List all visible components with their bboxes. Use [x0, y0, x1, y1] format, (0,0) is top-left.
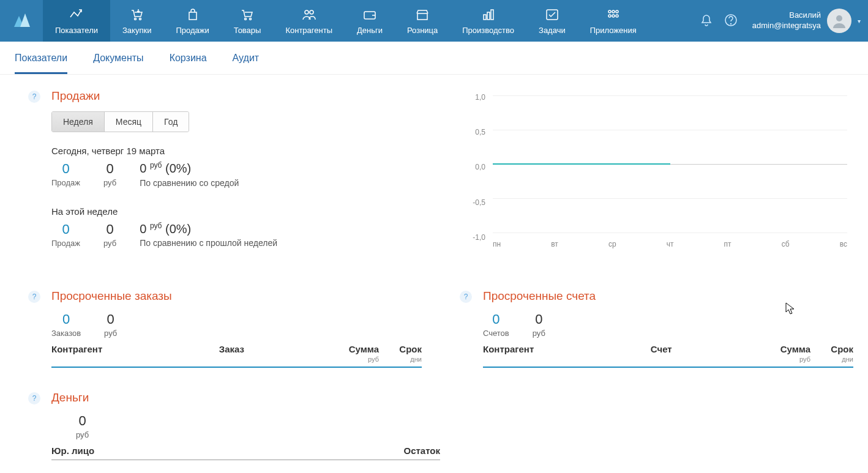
- svg-rect-9: [491, 10, 493, 20]
- nav-tasks[interactable]: Задачи: [526, 0, 578, 42]
- nav-label: Контрагенты: [285, 26, 332, 35]
- section-title-money: Деньги: [51, 391, 440, 404]
- y-tick: -0,5: [465, 198, 485, 207]
- orders-count-label: Заказов: [51, 329, 81, 338]
- today-diff-amount: 0: [140, 162, 146, 175]
- user-email: admin@integratsya: [752, 21, 821, 31]
- period-toggle: Неделя Месяц Год: [51, 111, 189, 132]
- period-year-button[interactable]: Год: [153, 112, 189, 132]
- nav-apps[interactable]: Приложения: [578, 0, 649, 42]
- money-section: ? Деньги 0 руб Юр. лицо Остаток: [51, 391, 440, 460]
- invoices-count-label: Счетов: [483, 329, 509, 338]
- tab-trash[interactable]: Корзина: [170, 53, 207, 74]
- store-icon: [415, 7, 430, 22]
- nav-production[interactable]: Производство: [450, 0, 526, 42]
- sub-nav: Показатели Документы Корзина Аудит: [0, 42, 868, 75]
- orders-sum-label: руб: [104, 329, 117, 338]
- tab-indicators[interactable]: Показатели: [15, 53, 67, 74]
- today-sales-count: 0: [51, 161, 80, 177]
- col-order: Заказ: [219, 344, 324, 363]
- today-diff-pct: (0%): [165, 162, 191, 175]
- x-tick: чт: [667, 240, 674, 248]
- y-tick: -1,0: [465, 233, 485, 242]
- chart-line-icon: [69, 7, 84, 22]
- help-icon[interactable]: [724, 13, 738, 29]
- today-compare: По сравнению со средой: [140, 178, 239, 188]
- nav-label: Товары: [234, 26, 261, 35]
- bars-icon: [481, 7, 496, 22]
- x-tick: ср: [608, 240, 616, 248]
- period-week-button[interactable]: Неделя: [52, 112, 105, 132]
- invoices-sum: 0: [533, 311, 545, 327]
- x-tick: пн: [493, 240, 501, 248]
- nav-goods[interactable]: Товары: [222, 0, 274, 42]
- y-tick: 0,5: [465, 128, 485, 136]
- help-badge[interactable]: ?: [28, 291, 40, 303]
- section-title-invoices: Просроченные счета: [483, 289, 853, 303]
- col-sum: Суммаруб: [324, 344, 379, 363]
- section-title-orders: Просроченные заказы: [51, 289, 422, 303]
- col-counterparty: Контрагент: [51, 344, 219, 363]
- week-sales-sum: 0: [103, 222, 116, 237]
- svg-point-15: [612, 15, 615, 17]
- money-table-header: Юр. лицо Остаток: [51, 445, 440, 460]
- nav-purchases[interactable]: Закупки: [110, 0, 163, 42]
- nav-counterparties[interactable]: Контрагенты: [273, 0, 345, 42]
- x-tick: вт: [551, 240, 558, 248]
- svg-point-11: [608, 10, 611, 13]
- cart-icon: [240, 7, 255, 22]
- app-logo[interactable]: [0, 0, 43, 42]
- x-tick: сб: [782, 240, 790, 248]
- tab-audit[interactable]: Аудит: [233, 53, 260, 74]
- money-sum: 0: [76, 413, 89, 429]
- nav-sales[interactable]: Продажи: [163, 0, 221, 42]
- invoices-table-header: Контрагент Счет Суммаруб Срокдни: [483, 344, 853, 368]
- svg-point-1: [139, 18, 141, 20]
- week-label: На этой неделе: [51, 206, 440, 217]
- orders-sum: 0: [104, 311, 117, 327]
- sales-chart: 1,0 0,5 0,0 -0,5 -1,0 пн вт ср чт: [465, 89, 853, 248]
- cart-down-icon: [130, 7, 144, 22]
- today-label: Сегодня, четверг 19 марта: [51, 146, 440, 156]
- week-diff-pct: (0%): [165, 222, 191, 235]
- overdue-orders-section: ? Просроченные заказы 0 Заказов 0 руб Ко…: [51, 289, 422, 368]
- week-diff-amount: 0: [140, 222, 146, 235]
- today-sales-count-label: Продаж: [51, 178, 80, 187]
- x-tick: пт: [724, 240, 731, 248]
- period-month-button[interactable]: Месяц: [105, 112, 153, 132]
- svg-point-18: [730, 23, 731, 24]
- nav-money[interactable]: Деньги: [345, 0, 395, 42]
- svg-point-12: [612, 10, 615, 13]
- help-badge[interactable]: ?: [28, 392, 40, 404]
- orders-table-header: Контрагент Заказ Суммаруб Срокдни: [51, 344, 422, 368]
- nav-label: Деньги: [357, 26, 383, 35]
- user-menu[interactable]: Василий admin@integratsya ▾: [745, 0, 868, 42]
- help-badge[interactable]: ?: [28, 91, 40, 103]
- week-sales-count: 0: [51, 222, 80, 237]
- today-sales-sum: 0: [103, 161, 116, 177]
- week-sales-count-label: Продаж: [51, 239, 80, 248]
- svg-point-14: [608, 15, 611, 17]
- bag-icon: [185, 7, 200, 22]
- nav-indicators[interactable]: Показатели: [43, 0, 110, 42]
- nav-retail[interactable]: Розница: [395, 0, 450, 42]
- week-diff-currency: руб: [150, 222, 162, 230]
- svg-rect-7: [484, 15, 486, 20]
- invoices-sum-label: руб: [533, 329, 545, 338]
- section-title-sales: Продажи: [51, 89, 440, 103]
- bell-icon[interactable]: [700, 13, 713, 29]
- nav-label: Закупки: [122, 26, 151, 35]
- week-compare: По сравнению с прошлой неделей: [140, 238, 277, 248]
- x-tick: вс: [840, 240, 847, 248]
- y-tick: 0,0: [465, 163, 485, 171]
- svg-point-3: [250, 18, 252, 20]
- help-badge[interactable]: ?: [460, 291, 472, 303]
- top-nav: Показатели Закупки Продажи Товары Контра…: [0, 0, 868, 42]
- svg-point-19: [836, 15, 842, 21]
- today-diff-currency: руб: [150, 161, 162, 169]
- tab-documents[interactable]: Документы: [93, 53, 143, 74]
- today-sales-sum-label: руб: [103, 178, 116, 187]
- col-invoice: Счет: [651, 344, 755, 363]
- week-sales-sum-label: руб: [103, 239, 116, 248]
- svg-point-4: [305, 10, 309, 14]
